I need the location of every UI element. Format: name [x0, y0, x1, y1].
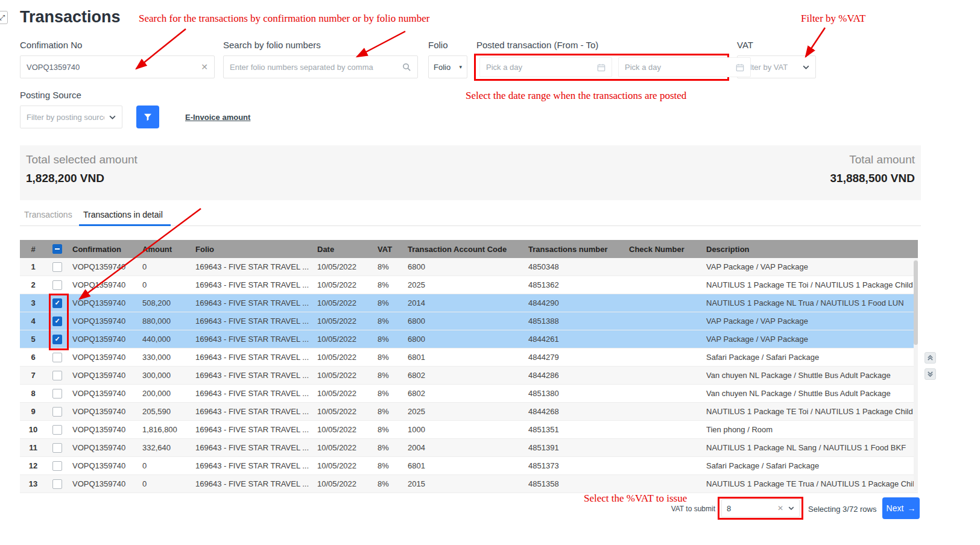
cell-description: VAP Package / VAP Package [702, 262, 918, 271]
vat-to-submit-label: VAT to submit [651, 505, 715, 513]
select-all-checkbox[interactable] [52, 244, 62, 254]
cell-amount: 300,000 [138, 371, 191, 380]
folio-search-label: Search by folio numbers [223, 40, 321, 50]
table-row[interactable]: 4VOPQ1359740880,000169643 - FIVE STAR TR… [20, 312, 918, 330]
table-row[interactable]: 7VOPQ1359740300,000169643 - FIVE STAR TR… [20, 367, 918, 385]
folio-search-input[interactable] [230, 63, 397, 72]
tab-transactions[interactable]: Transactions [24, 210, 72, 219]
einvoice-amount-link[interactable]: E-Invoice amount [185, 113, 250, 122]
cell-folio: 169643 - FIVE STAR TRAVEL ... [191, 443, 313, 452]
apply-filter-button[interactable] [136, 106, 159, 128]
cell-confirmation: VOPQ1359740 [68, 479, 138, 488]
row-checkbox[interactable] [52, 443, 62, 453]
cell-folio: 169643 - FIVE STAR TRAVEL ... [191, 335, 313, 344]
vat-to-submit-highlight: 8 ✕ [718, 497, 803, 520]
scroll-to-bottom-button[interactable] [925, 368, 936, 380]
cell-date: 10/05/2022 [313, 461, 373, 470]
tab-bar: Transactions Transactions in detail [20, 207, 921, 226]
row-checkbox[interactable] [52, 407, 62, 417]
row-checkbox[interactable] [52, 335, 62, 344]
transactions-table: # Confirmation Amount Folio Date VAT Tra… [20, 240, 918, 493]
row-checkbox[interactable] [52, 353, 62, 362]
cell-amount: 0 [138, 280, 191, 289]
row-checkbox-cell [46, 353, 68, 362]
calendar-icon[interactable] [597, 63, 605, 72]
row-index: 11 [20, 443, 46, 452]
cell-date: 10/05/2022 [313, 443, 373, 452]
date-to-input-wrap [618, 57, 751, 77]
annotation-select-vat-hint: Select the %VAT to issue [584, 493, 687, 505]
confirmation-input[interactable] [27, 63, 196, 72]
clear-icon[interactable]: ✕ [201, 62, 208, 72]
chevron-down-icon [803, 65, 809, 69]
posting-source-dropdown[interactable]: Filter by posting source [20, 106, 122, 128]
table-row[interactable]: 12VOPQ13597400169643 - FIVE STAR TRAVEL … [20, 457, 918, 475]
row-checkbox[interactable] [52, 317, 62, 326]
cell-account-code: 6800 [403, 317, 524, 326]
scroll-to-top-button[interactable] [925, 352, 936, 364]
row-checkbox[interactable] [52, 425, 62, 435]
cell-folio: 169643 - FIVE STAR TRAVEL ... [191, 317, 313, 326]
table-row[interactable]: 9VOPQ1359740205,590169643 - FIVE STAR TR… [20, 403, 918, 421]
cell-folio: 169643 - FIVE STAR TRAVEL ... [191, 425, 313, 434]
cell-account-code: 2014 [403, 298, 524, 307]
table-row[interactable]: 1VOPQ13597400169643 - FIVE STAR TRAVEL .… [20, 258, 918, 276]
annotation-vat-filter-hint: Filter by %VAT [801, 13, 865, 25]
table-row[interactable]: 10VOPQ13597401,816,800169643 - FIVE STAR… [20, 421, 918, 439]
row-checkbox[interactable] [52, 461, 62, 471]
row-checkbox[interactable] [52, 389, 62, 399]
cell-transaction-number: 4851388 [524, 317, 625, 326]
row-checkbox[interactable] [52, 479, 62, 489]
cell-date: 10/05/2022 [313, 479, 373, 488]
cell-folio: 169643 - FIVE STAR TRAVEL ... [191, 280, 313, 289]
cell-transaction-number: 4851391 [524, 443, 625, 452]
cell-amount: 880,000 [138, 317, 191, 326]
row-checkbox[interactable] [52, 298, 62, 308]
cell-vat: 8% [373, 353, 403, 362]
table-row[interactable]: 11VOPQ1359740332,640169643 - FIVE STAR T… [20, 439, 918, 457]
row-checkbox-cell [46, 371, 68, 380]
table-row[interactable]: 5VOPQ1359740440,000169643 - FIVE STAR TR… [20, 330, 918, 348]
total-amount-value: 31,888,500 VND [830, 172, 915, 185]
table-row[interactable]: 3VOPQ1359740508,200169643 - FIVE STAR TR… [20, 294, 918, 312]
next-button[interactable]: Next → [882, 497, 920, 519]
header-account-code: Transaction Account Code [403, 245, 524, 254]
date-from-input-wrap [479, 57, 612, 77]
date-from-input[interactable] [486, 63, 592, 72]
vat-to-submit-dropdown[interactable]: 8 ✕ [721, 499, 800, 517]
table-scrollbar-thumb[interactable] [914, 260, 918, 345]
cell-transaction-number: 4851380 [524, 389, 625, 398]
row-checkbox[interactable] [52, 262, 62, 272]
table-row[interactable]: 13VOPQ13597400169643 - FIVE STAR TRAVEL … [20, 475, 918, 493]
cell-vat: 8% [373, 280, 403, 289]
table-scrollbar-track[interactable] [914, 259, 918, 491]
cell-vat: 8% [373, 389, 403, 398]
row-checkbox[interactable] [52, 371, 62, 380]
cell-date: 10/05/2022 [313, 280, 373, 289]
cell-description: NAUTILUS 1 Package TE Toi / NAUTILUS 1 P… [702, 280, 918, 289]
total-amount-label: Total amount [849, 153, 915, 166]
row-index: 4 [20, 317, 46, 326]
cell-date: 10/05/2022 [313, 262, 373, 271]
table-row[interactable]: 2VOPQ13597400169643 - FIVE STAR TRAVEL .… [20, 276, 918, 294]
table-row[interactable]: 8VOPQ1359740200,000169643 - FIVE STAR TR… [20, 385, 918, 403]
table-row[interactable]: 6VOPQ1359740330,000169643 - FIVE STAR TR… [20, 348, 918, 367]
clear-icon[interactable]: ✕ [777, 504, 783, 512]
expand-icon[interactable]: ⤢ [0, 11, 8, 24]
cell-account-code: 6802 [403, 389, 524, 398]
cell-confirmation: VOPQ1359740 [68, 280, 138, 289]
cell-transaction-number: 4851358 [524, 479, 625, 488]
calendar-icon[interactable] [736, 63, 744, 72]
cell-transaction-number: 4844268 [524, 407, 625, 416]
cell-description: Safari Package / Safari Package [702, 461, 918, 470]
chevron-down-icon [109, 115, 116, 119]
row-checkbox[interactable] [52, 280, 62, 290]
folio-dropdown[interactable]: Folio ▾ [428, 55, 467, 78]
tab-transactions-in-detail[interactable]: Transactions in detail [83, 210, 163, 219]
cell-folio: 169643 - FIVE STAR TRAVEL ... [191, 389, 313, 398]
row-index: 10 [20, 425, 46, 434]
row-checkbox-cell [46, 389, 68, 399]
cell-account-code: 2025 [403, 407, 524, 416]
cell-amount: 330,000 [138, 353, 191, 362]
date-to-input[interactable] [625, 63, 731, 72]
